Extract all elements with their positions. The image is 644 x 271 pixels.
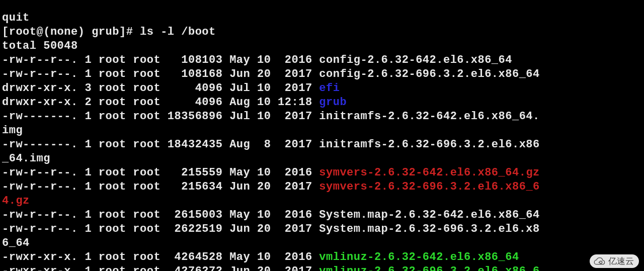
terminal-output[interactable]: quit [root@(none) grub]# ls -l /boot tot… bbox=[0, 11, 644, 271]
cloud-icon bbox=[593, 257, 606, 266]
watermark-badge: 亿速云 bbox=[590, 254, 639, 268]
svg-point-0 bbox=[600, 261, 602, 263]
watermark-text: 亿速云 bbox=[608, 255, 634, 267]
